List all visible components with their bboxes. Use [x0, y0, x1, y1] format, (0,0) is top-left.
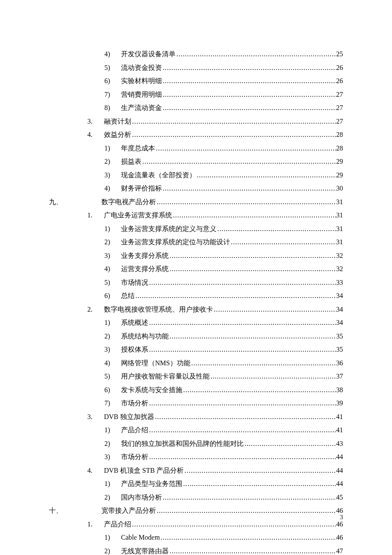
toc-title: 运营支撑分系统 [121, 264, 169, 274]
toc-leader [162, 103, 336, 113]
toc-marker: 2) [104, 237, 121, 247]
toc-title: 效益分析 [104, 130, 131, 140]
toc-page-ref: 30 [336, 183, 343, 194]
toc-title: 业务运营支撑系统的定位与功能设计 [121, 237, 230, 247]
toc-entry: 2)损益表29 [49, 156, 343, 167]
toc-leader [169, 331, 336, 341]
toc-page-ref: 38 [336, 385, 343, 395]
toc-title: 营销费用明细 [121, 90, 162, 100]
toc-entry: 6)发卡系统与安全措施38 [49, 385, 343, 395]
toc-leader [148, 318, 336, 328]
toc-marker: 3) [104, 452, 121, 462]
toc-title: 宽带接入产品分析 [101, 506, 156, 516]
toc-leader [148, 344, 336, 355]
toc-entry: 1.产品介绍46 [49, 519, 343, 529]
toc-title: 授权体系 [121, 344, 148, 355]
toc-page-ref: 34 [336, 291, 343, 301]
toc-page-ref: 31 [336, 197, 343, 207]
toc-leader [141, 156, 336, 167]
toc-leader [148, 425, 336, 435]
toc-page-ref: 32 [336, 251, 343, 261]
toc-title: 用户接收智能卡容量以及性能 [121, 371, 210, 382]
toc-marker: 8) [104, 103, 121, 113]
toc-leader [169, 264, 336, 274]
toc-leader [131, 130, 336, 140]
toc-page-ref: 27 [336, 90, 343, 100]
toc-entry: 4)开发仪器设备清单25 [49, 49, 343, 59]
toc-entry: 1)年度总成本28 [49, 143, 343, 153]
toc-entry: 2)业务运营支撑系统的定位与功能设计31 [49, 237, 343, 247]
toc-title: DVB 独立加扰器 [104, 412, 154, 422]
toc-page-ref: 44 [336, 452, 343, 462]
toc-marker: 4) [104, 264, 121, 274]
toc-title: 发卡系统与安全措施 [121, 385, 182, 395]
toc-page-ref: 36 [336, 358, 343, 368]
toc-title: 国内市场分析 [121, 492, 162, 503]
toc-entry: 1)Cable Modem46 [49, 532, 343, 543]
toc-page-ref: 41 [336, 412, 343, 422]
toc-entry: 3)业务支撑分系统32 [49, 251, 343, 261]
toc-entry: 4)网络管理（NMS）功能36 [49, 358, 343, 368]
toc-entry: 6)总结34 [49, 291, 343, 301]
toc-title: 生产流动资金 [121, 103, 162, 113]
toc-entry: 5)流动资金投资26 [49, 63, 343, 73]
toc-title: 业务支撑分系统 [121, 251, 169, 261]
toc-marker: 九、 [49, 197, 69, 207]
toc-title: 融资计划 [104, 116, 131, 127]
toc-entry: 4.DVB 机顶盒 STB 产品分析44 [49, 465, 343, 476]
toc-marker: 5) [104, 63, 121, 73]
toc-entry: 6)实验材料明细26 [49, 76, 343, 86]
toc-leader [190, 358, 336, 368]
toc-page-ref: 44 [336, 465, 343, 476]
toc-title: 产品介绍 [104, 519, 131, 529]
toc-marker: 1) [104, 318, 121, 328]
toc-leader [196, 170, 336, 180]
toc-leader [182, 479, 336, 489]
toc-page-ref: 41 [336, 425, 343, 435]
toc-leader [169, 251, 336, 261]
toc-entry: 2)国内市场分析45 [49, 492, 343, 503]
toc-page-ref: 28 [336, 130, 343, 140]
toc-page-ref: 34 [336, 318, 343, 328]
toc-title: 财务评价指标 [121, 183, 162, 194]
toc-title: 无线宽带路由器 [121, 546, 169, 555]
toc-page-ref: 39 [336, 398, 343, 408]
toc-title: 实验材料明细 [121, 76, 162, 86]
toc-leader [135, 291, 336, 301]
toc-marker: 2) [104, 439, 121, 449]
toc-entry: 1)系统概述34 [49, 318, 343, 328]
toc-title: 业务运营支撑系统的定义与意义 [121, 224, 216, 234]
toc-leader [230, 237, 336, 247]
toc-title: 数字电视产品分析 [101, 197, 156, 207]
toc-container: 4)开发仪器设备清单255)流动资金投资266)实验材料明细267)营销费用明细… [49, 49, 343, 555]
toc-entry: 十、宽带接入产品分析46 [49, 506, 343, 516]
toc-page-ref: 34 [336, 304, 343, 315]
toc-page-ref: 46 [336, 532, 343, 543]
toc-leader [172, 210, 336, 220]
toc-marker: 3) [104, 170, 121, 180]
toc-leader [162, 76, 336, 86]
toc-entry: 1)产品介绍41 [49, 425, 343, 435]
toc-entry: 3)授权体系35 [49, 344, 343, 355]
toc-marker: 1) [104, 479, 121, 489]
toc-title: 广电业务运营支撑系统 [104, 210, 172, 220]
toc-title: DVB 机顶盒 STB 产品分析 [104, 465, 184, 476]
toc-page-ref: 32 [336, 264, 343, 274]
toc-leader [184, 465, 336, 476]
toc-leader [156, 197, 336, 207]
toc-leader [148, 278, 336, 288]
toc-entry: 3.DVB 独立加扰器41 [49, 412, 343, 422]
toc-page-ref: 27 [336, 116, 343, 127]
toc-marker: 4) [104, 358, 121, 368]
toc-page-ref: 31 [336, 237, 343, 247]
toc-page-ref: 25 [336, 49, 343, 59]
toc-marker: 3) [104, 344, 121, 355]
toc-entry: 3)市场分析44 [49, 452, 343, 462]
toc-title: 年度总成本 [121, 143, 155, 153]
toc-title: 开发仪器设备清单 [121, 49, 176, 59]
toc-entry: 2)我们的独立加扰器和国外品牌的性能对比43 [49, 439, 343, 449]
toc-leader [148, 398, 336, 408]
toc-title: 流动资金投资 [121, 63, 162, 73]
toc-page-ref: 33 [336, 278, 343, 288]
toc-title: 我们的独立加扰器和国外品牌的性能对比 [121, 439, 244, 449]
